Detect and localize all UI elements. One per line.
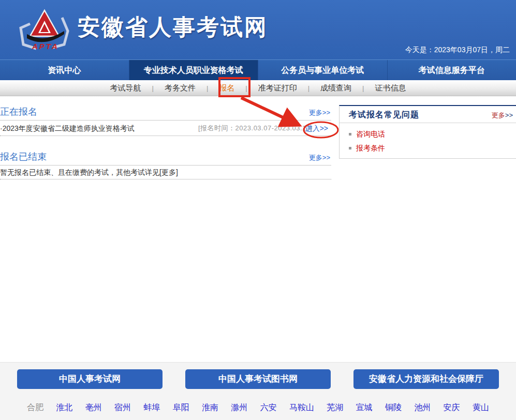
city-link-fuyang[interactable]: 阜阳 [173,402,189,413]
nav-item-professional-qualification[interactable]: 专业技术人员职业资格考试 [129,60,258,80]
exam-registration-time: [报名时间：2023.03.07-2023.03.13] [198,121,313,136]
city-link-huainan[interactable]: 淮南 [202,402,218,413]
city-link-chuzhou[interactable]: 滁州 [231,402,247,413]
site-footer: 中国人事考试网 中国人事考试图书网 安徽省人力资源和社会保障厅 合肥 淮北 亳州… [0,362,516,420]
faq-link-application-conditions[interactable]: 报考条件 [356,144,385,153]
faq-item: 咨询电话 [349,127,516,141]
subnav-admission-ticket-print[interactable]: 准考证打印 [256,83,299,93]
city-link-maanshan[interactable]: 马鞍山 [289,402,314,413]
faq-title: 考试报名常见问题 [349,106,516,123]
square-bullet-icon [349,147,351,149]
site-title: 安徽省人事考试网 [78,12,268,42]
footer-button-anhui-hr-department[interactable]: 安徽省人力资源和社会保障厅 [353,369,499,389]
site-logo[interactable]: APTA [14,5,73,53]
faq-item: 报考条件 [349,141,516,155]
main-nav: 资讯中心 专业技术人员职业资格考试 公务员与事业单位考试 考试信息服务平台 [0,59,516,80]
square-bullet-icon [349,133,351,136]
closed-section-header: 报名已结束 更多>> [0,149,331,166]
nav-item-civil-servant[interactable]: 公务员与事业单位考试 [258,60,387,80]
city-link-xuancheng[interactable]: 宣城 [356,402,373,413]
faq-more-word: 更多 [492,111,505,119]
city-link-huangshan[interactable]: 黄山 [473,402,489,413]
faq-more-arrows: >> [505,111,513,119]
closed-title: 报名已结束 [0,149,331,164]
faq-link-consultation-phone[interactable]: 咨询电话 [356,130,385,139]
subnav-score-query[interactable]: 成绩查询 [318,83,353,93]
exam-name-link[interactable]: ·2023年度安徽省二级建造师执业资格考试 [0,124,135,132]
subnav-separator: | [308,84,309,92]
svg-text:APTA: APTA [32,42,59,51]
footer-buttons: 中国人事考试网 中国人事考试图书网 安徽省人力资源和社会保障厅 [0,363,516,389]
registering-section-header: 正在报名 更多>> [0,104,331,121]
city-link-hefei[interactable]: 合肥 [27,402,43,413]
city-link-anqing[interactable]: 安庆 [444,402,460,413]
site-header: APTA 安徽省人事考试网 今天是：2023年03月07日，周二 [0,0,516,59]
exam-enter-link[interactable]: 进入>> [305,121,328,136]
left-column: 正在报名 更多>> ·2023年度安徽省二级建造师执业资格考试 [报名时间：20… [0,104,331,179]
sub-nav: 考试导航 | 考务文件 | 报名 | 准考证打印 | 成绩查询 | 证书信息 [0,80,516,96]
subnav-exam-documents[interactable]: 考务文件 [163,83,198,93]
closed-empty-text: 暂无报名已结束、且在缴费的考试，其他考试详见[更多] [0,166,331,179]
faq-header: 考试报名常见问题 更多>> [340,106,516,123]
footer-button-china-exam-books-net[interactable]: 中国人事考试图书网 [185,369,331,389]
nav-item-service-platform[interactable]: 考试信息服务平台 [387,60,516,80]
page: APTA 安徽省人事考试网 今天是：2023年03月07日，周二 资讯中心 专业… [0,0,516,420]
closed-more-link[interactable]: 更多>> [309,153,330,162]
subnav-separator: | [362,84,364,92]
city-link-suzhou[interactable]: 宿州 [114,402,131,413]
city-link-chizhou[interactable]: 池州 [414,402,431,413]
city-link-huaibei[interactable]: 淮北 [56,402,72,413]
apta-logo-icon: APTA [14,5,73,53]
nav-item-news-center[interactable]: 资讯中心 [0,60,129,80]
subnav-registration[interactable]: 报名 [217,83,237,93]
city-link-tongling[interactable]: 铜陵 [385,402,402,413]
spacer [0,136,331,149]
city-link-bengbu[interactable]: 蚌埠 [143,402,160,413]
city-link-wuhu[interactable]: 芜湖 [327,402,343,413]
subnav-separator: | [152,84,154,92]
subnav-certificate-info[interactable]: 证书信息 [373,83,408,93]
registering-more-link[interactable]: 更多>> [309,108,330,117]
city-link-bozhou[interactable]: 亳州 [85,402,102,413]
subnav-separator: | [245,84,247,92]
faq-more-link[interactable]: 更多>> [492,111,513,120]
subnav-exam-navigation[interactable]: 考试导航 [108,83,143,93]
subnav-separator: | [207,84,208,92]
city-links: 合肥 淮北 亳州 宿州 蚌埠 阜阳 淮南 滁州 六安 马鞍山 芜湖 宣城 铜陵 … [27,402,489,413]
city-link-luan[interactable]: 六安 [260,402,277,413]
faq-list: 咨询电话 报考条件 [340,123,516,156]
registering-title: 正在报名 [0,104,331,119]
faq-panel: 考试报名常见问题 更多>> 咨询电话 报考条件 [339,105,516,159]
footer-button-china-exam-net[interactable]: 中国人事考试网 [17,369,163,389]
date-text: 今天是：2023年03月07日，周二 [405,46,510,55]
exam-list-item: ·2023年度安徽省二级建造师执业资格考试 [报名时间：2023.03.07-2… [0,121,331,136]
